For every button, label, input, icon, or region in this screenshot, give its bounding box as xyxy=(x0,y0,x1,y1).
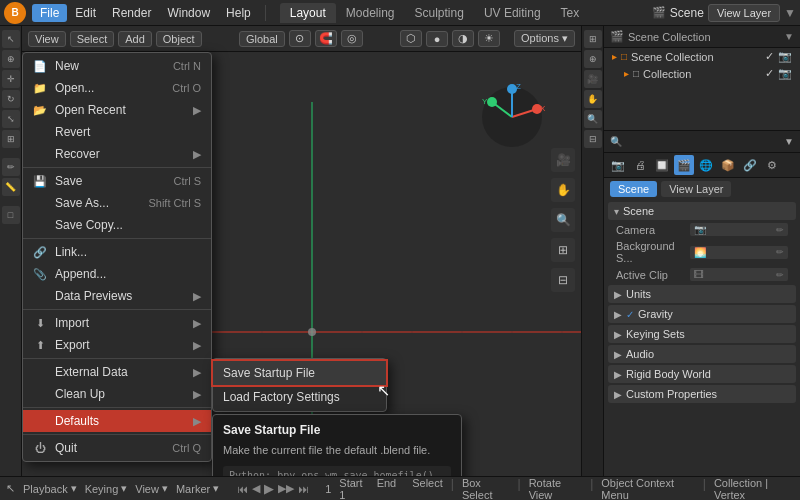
zoom-icon[interactable]: 🔍 xyxy=(551,208,575,232)
outliner-collection[interactable]: ▸ □ Collection ✓ 📷 xyxy=(604,65,800,82)
options-button[interactable]: Options ▾ xyxy=(514,30,575,47)
tab-tex[interactable]: Tex xyxy=(551,3,590,23)
shading-material[interactable]: ◑ xyxy=(452,30,474,47)
save-startup-file-btn[interactable]: Save Startup File xyxy=(213,361,386,385)
toggle-local-icon[interactable]: ⊞ xyxy=(551,238,575,262)
scene-section-header[interactable]: ▾ Scene xyxy=(608,202,796,220)
shading-render[interactable]: ☀ xyxy=(478,30,500,47)
menu-render[interactable]: Render xyxy=(104,4,159,22)
units-section-header[interactable]: ▶ Units xyxy=(608,285,796,303)
menu-data-previews[interactable]: Data Previews ▶ xyxy=(23,285,211,307)
scene-tab[interactable]: Scene xyxy=(610,181,657,197)
menu-append[interactable]: 📎 Append... xyxy=(23,263,211,285)
props-modifier-icon[interactable]: ⚙ xyxy=(762,155,782,175)
tool-select[interactable]: ↖ xyxy=(2,30,20,48)
tool-annotate[interactable]: ✏ xyxy=(2,158,20,176)
grid-icon[interactable]: ⊟ xyxy=(551,268,575,292)
tab-sculpting[interactable]: Sculpting xyxy=(405,3,474,23)
prev-frame-icon[interactable]: ◀ xyxy=(252,482,260,495)
keying-item[interactable]: Keying ▾ xyxy=(85,482,128,495)
menu-external-data[interactable]: External Data ▶ xyxy=(23,361,211,383)
tool-scale[interactable]: ⤡ xyxy=(2,110,20,128)
tab-modeling[interactable]: Modeling xyxy=(336,3,405,23)
gravity-check[interactable]: ✓ xyxy=(626,309,634,320)
bg-dropdown[interactable]: ✏ xyxy=(776,247,784,257)
rigid-body-header[interactable]: ▶ Rigid Body World xyxy=(608,365,796,383)
camera-value[interactable]: 📷 ✏ xyxy=(690,223,788,236)
active-clip-value[interactable]: 🎞 ✏ xyxy=(690,268,788,281)
menu-quit[interactable]: ⏻ Quit Ctrl Q xyxy=(23,437,211,459)
menu-help[interactable]: Help xyxy=(218,4,259,22)
outliner-scene-collection[interactable]: ▸ □ Scene Collection ✓ 📷 xyxy=(604,48,800,65)
filter-icon[interactable]: ▼ xyxy=(784,6,796,20)
zoom-camera-icon[interactable]: 🎥 xyxy=(551,148,575,172)
menu-import[interactable]: ⬇ Import ▶ xyxy=(23,312,211,334)
jump-start-icon[interactable]: ⏮ xyxy=(237,483,248,495)
scene-visibility-toggle[interactable]: ✓ xyxy=(765,50,774,63)
playback-item[interactable]: Playback ▾ xyxy=(23,482,77,495)
marker-item[interactable]: Marker ▾ xyxy=(176,482,219,495)
menu-link[interactable]: 🔗 Link... xyxy=(23,241,211,263)
props-world-icon[interactable]: 🌐 xyxy=(696,155,716,175)
tab-uv-editing[interactable]: UV Editing xyxy=(474,3,551,23)
tab-layout[interactable]: Layout xyxy=(280,3,336,23)
tool-cursor[interactable]: ⊕ xyxy=(2,50,20,68)
menu-edit[interactable]: Edit xyxy=(67,4,104,22)
snap-icon[interactable]: 🧲 xyxy=(315,30,337,47)
pan-icon[interactable]: ✋ xyxy=(551,178,575,202)
next-frame-icon[interactable]: ▶▶ xyxy=(278,482,294,495)
global-dropdown[interactable]: Global xyxy=(239,31,285,47)
viewport-view-btn[interactable]: View xyxy=(28,31,66,47)
view-item[interactable]: View ▾ xyxy=(135,482,168,495)
menu-file[interactable]: File xyxy=(32,4,67,22)
menu-clean-up[interactable]: Clean Up ▶ xyxy=(23,383,211,405)
view-mode-icon[interactable]: ↖ xyxy=(6,482,15,495)
gravity-section-header[interactable]: ▶ ✓ Gravity xyxy=(608,305,796,323)
props-search-icon[interactable]: ▼ xyxy=(784,136,794,147)
props-constraint-icon[interactable]: 🔗 xyxy=(740,155,760,175)
menu-open[interactable]: 📁 Open... Ctrl O xyxy=(23,77,211,99)
tool-transform[interactable]: ⊞ xyxy=(2,130,20,148)
right-tool-4[interactable]: ✋ xyxy=(584,90,602,108)
play-icon[interactable]: ▶ xyxy=(264,481,274,496)
menu-revert[interactable]: Revert xyxy=(23,121,211,143)
tool-measure[interactable]: 📏 xyxy=(2,178,20,196)
jump-end-icon[interactable]: ⏭ xyxy=(298,483,309,495)
keying-sets-header[interactable]: ▶ Keying Sets xyxy=(608,325,796,343)
menu-save-as[interactable]: Save As... Shift Ctrl S xyxy=(23,192,211,214)
collection-visibility[interactable]: ✓ xyxy=(765,67,774,80)
3d-viewport[interactable]: View Select Add Object Global ⊙ 🧲 ◎ ⬡ ● … xyxy=(22,26,581,476)
menu-window[interactable]: Window xyxy=(159,4,218,22)
right-tool-6[interactable]: ⊟ xyxy=(584,130,602,148)
props-render-icon[interactable]: 📷 xyxy=(608,155,628,175)
menu-export[interactable]: ⬆ Export ▶ xyxy=(23,334,211,356)
props-filter-icon[interactable]: 🔍 xyxy=(610,136,622,147)
view-layer-button[interactable]: View Layer xyxy=(708,4,780,22)
load-factory-settings-btn[interactable]: Load Factory Settings xyxy=(213,385,386,409)
tool-rotate[interactable]: ↻ xyxy=(2,90,20,108)
pivot-icon[interactable]: ⊙ xyxy=(289,30,311,47)
scene-render-toggle[interactable]: 📷 xyxy=(778,50,792,63)
props-object-icon[interactable]: 📦 xyxy=(718,155,738,175)
background-value[interactable]: 🌅 ✏ xyxy=(690,246,788,259)
collection-render[interactable]: 📷 xyxy=(778,67,792,80)
audio-section-header[interactable]: ▶ Audio xyxy=(608,345,796,363)
right-tool-2[interactable]: ⊕ xyxy=(584,50,602,68)
right-tool-3[interactable]: 🎥 xyxy=(584,70,602,88)
right-tool-1[interactable]: ⊞ xyxy=(584,30,602,48)
tool-add-cube[interactable]: □ xyxy=(2,206,20,224)
outliner-filter-icon[interactable]: ▼ xyxy=(784,31,794,42)
shading-solid[interactable]: ● xyxy=(426,31,448,47)
tool-move[interactable]: ✛ xyxy=(2,70,20,88)
camera-dropdown[interactable]: ✏ xyxy=(776,225,784,235)
props-view-layer-icon[interactable]: 🔲 xyxy=(652,155,672,175)
props-scene-icon[interactable]: 🎬 xyxy=(674,155,694,175)
clip-dropdown[interactable]: ✏ xyxy=(776,270,784,280)
viewport-object-btn[interactable]: Object xyxy=(156,31,202,47)
menu-defaults[interactable]: Defaults ▶ xyxy=(23,410,211,432)
right-tool-5[interactable]: 🔍 xyxy=(584,110,602,128)
menu-save[interactable]: 💾 Save Ctrl S xyxy=(23,170,211,192)
menu-new[interactable]: 📄 New Ctrl N xyxy=(23,55,211,77)
shading-wire[interactable]: ⬡ xyxy=(400,30,422,47)
viewport-select-btn[interactable]: Select xyxy=(70,31,115,47)
